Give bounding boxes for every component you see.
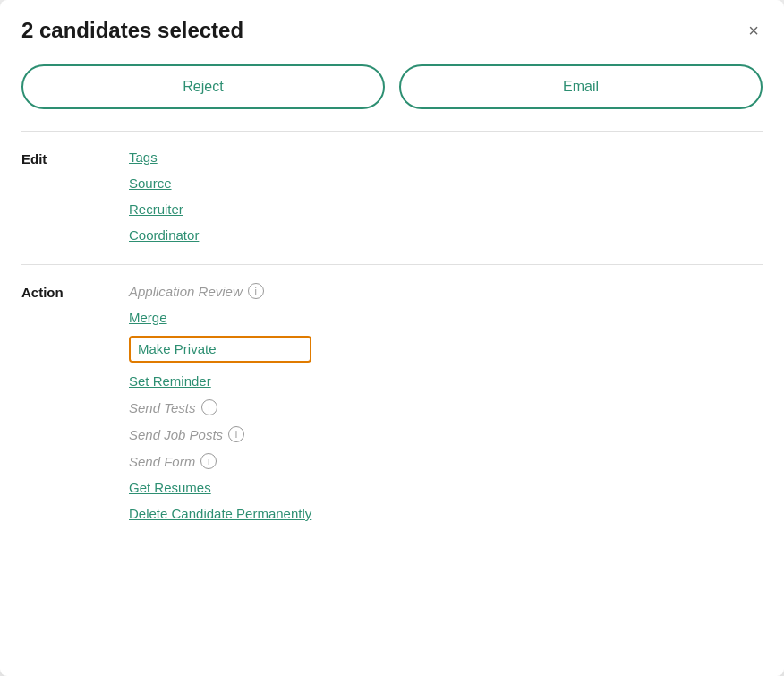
action-links: Application Review i Merge Make Private … [129,283,311,521]
application-review-info-icon[interactable]: i [248,283,264,299]
reject-button[interactable]: Reject [21,64,385,109]
email-button[interactable]: Email [399,64,763,109]
make-private-link[interactable]: Make Private [138,341,217,356]
send-form-label: Send Form [129,454,195,469]
action-section: Action Application Review i Merge Make P… [21,283,763,521]
modal-header: 2 candidates selected × [0,0,784,57]
make-private-wrapper: Make Private [129,336,311,363]
edit-tags-link[interactable]: Tags [129,150,199,165]
edit-coordinator-link[interactable]: Coordinator [129,227,199,243]
close-button[interactable]: × [745,18,763,43]
send-form-info-icon[interactable]: i [200,453,217,469]
application-review-label: Application Review [129,284,243,299]
edit-section: Edit Tags Source Recruiter Coordinator [21,150,763,243]
get-resumes-link[interactable]: Get Resumes [129,480,311,495]
edit-recruiter-link[interactable]: Recruiter [129,201,199,217]
action-buttons-row: Reject Email [21,64,763,109]
send-form-item: Send Form i [129,453,311,469]
divider-2 [21,264,763,265]
edit-links: Tags Source Recruiter Coordinator [129,150,199,243]
edit-source-link[interactable]: Source [129,175,199,191]
edit-section-label: Edit [21,150,93,243]
divider-1 [21,131,763,132]
send-job-posts-item: Send Job Posts i [129,426,311,442]
modal: 2 candidates selected × Reject Email Edi… [0,0,784,676]
merge-link[interactable]: Merge [129,310,311,325]
send-job-posts-info-icon[interactable]: i [228,426,244,442]
application-review-item: Application Review i [129,283,311,299]
action-section-label: Action [21,283,93,521]
send-tests-item: Send Tests i [129,399,311,415]
send-tests-info-icon[interactable]: i [201,399,217,415]
delete-candidate-link[interactable]: Delete Candidate Permanently [129,506,311,521]
send-job-posts-label: Send Job Posts [129,427,223,442]
send-tests-label: Send Tests [129,400,196,415]
modal-title: 2 candidates selected [21,18,243,43]
modal-body: Reject Email Edit Tags Source Recruiter … [0,57,784,676]
set-reminder-link[interactable]: Set Reminder [129,373,311,389]
